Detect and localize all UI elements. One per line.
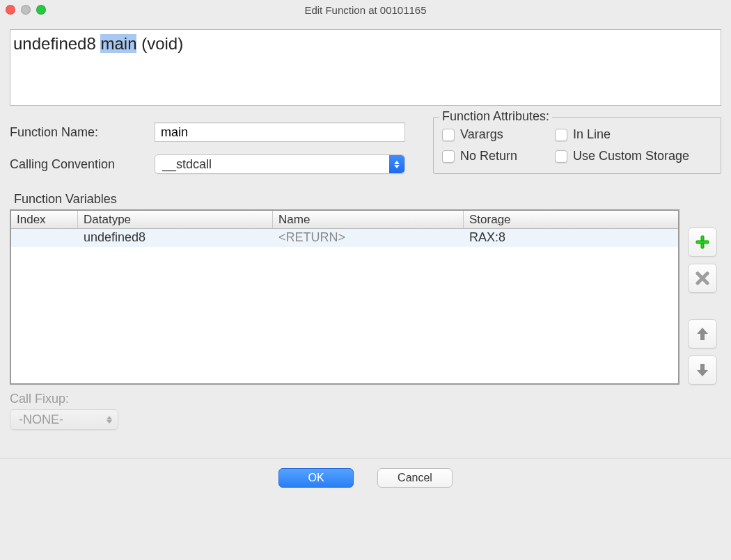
custom-storage-label: Use Custom Storage (573, 149, 689, 163)
table-header-row: Index Datatype Name Storage (11, 211, 678, 229)
down-arrow-icon (695, 362, 709, 378)
col-storage[interactable]: Storage (464, 211, 678, 228)
call-fixup-label: Call Fixup: (10, 392, 721, 406)
function-name-label: Function Name: (10, 125, 155, 140)
ok-button[interactable]: OK (278, 468, 354, 488)
close-icon[interactable] (6, 5, 15, 15)
function-attributes-group: Function Attributes: Varargs In Line No … (433, 117, 721, 174)
signature-params: (void) (136, 34, 183, 53)
function-variables-table[interactable]: Index Datatype Name Storage undefined8 <… (10, 209, 679, 385)
svg-rect-1 (696, 241, 709, 243)
checkbox-icon (555, 129, 567, 141)
up-arrow-icon (695, 326, 709, 342)
minimize-icon[interactable] (21, 5, 31, 15)
maximize-icon[interactable] (36, 5, 46, 15)
signature-name[interactable]: main (100, 34, 136, 53)
chevron-updown-icon (107, 416, 112, 424)
signature-editor[interactable]: undefined8 main (void) (10, 29, 721, 106)
plus-icon (695, 234, 710, 250)
call-fixup-select[interactable]: -NONE- (10, 409, 118, 430)
remove-variable-button[interactable] (688, 264, 717, 293)
cancel-button[interactable]: Cancel (377, 468, 453, 488)
table-row[interactable]: undefined8 <RETURN> RAX:8 (11, 229, 678, 247)
noreturn-checkbox[interactable]: No Return (442, 149, 547, 163)
move-down-button[interactable] (688, 355, 717, 385)
window-title: Edit Function at 00101165 (0, 4, 731, 16)
chevron-updown-icon (389, 155, 404, 173)
signature-return-type: undefined8 (13, 34, 100, 53)
function-name-input[interactable] (155, 122, 405, 142)
col-datatype[interactable]: Datatype (78, 211, 273, 228)
varargs-label: Varargs (460, 127, 503, 142)
dialog-footer: OK Cancel (0, 458, 731, 497)
calling-convention-label: Calling Convention (10, 157, 155, 172)
cell-datatype: undefined8 (78, 229, 273, 247)
calling-convention-select[interactable]: __stdcall (155, 154, 405, 174)
titlebar[interactable]: Edit Function at 00101165 (0, 0, 731, 19)
calling-convention-value: __stdcall (155, 157, 212, 172)
dialog-window: Edit Function at 00101165 undefined8 mai… (0, 0, 731, 497)
col-name[interactable]: Name (273, 211, 464, 228)
cell-name: <RETURN> (273, 229, 464, 247)
varargs-checkbox[interactable]: Varargs (442, 127, 547, 142)
call-fixup-value: -NONE- (19, 413, 63, 427)
add-variable-button[interactable] (688, 227, 717, 257)
checkbox-icon (442, 129, 455, 141)
checkbox-icon (442, 150, 455, 163)
inline-checkbox[interactable]: In Line (555, 127, 712, 142)
move-up-button[interactable] (688, 319, 717, 349)
inline-label: In Line (573, 127, 611, 142)
col-index[interactable]: Index (11, 211, 78, 228)
noreturn-label: No Return (460, 149, 517, 163)
checkbox-icon (555, 150, 567, 163)
window-controls (6, 5, 46, 15)
cell-index (11, 229, 78, 247)
function-attributes-legend: Function Attributes: (439, 109, 552, 124)
cell-storage: RAX:8 (464, 229, 678, 247)
custom-storage-checkbox[interactable]: Use Custom Storage (555, 149, 712, 163)
function-variables-label: Function Variables (10, 192, 721, 207)
x-icon (695, 271, 709, 285)
